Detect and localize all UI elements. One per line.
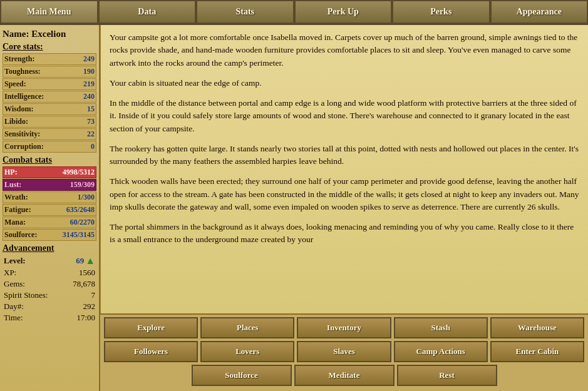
level-up-arrow-icon: ▲: [85, 255, 95, 267]
stat-val-corruption: 0: [91, 142, 95, 151]
inventory-button[interactable]: Inventory: [297, 317, 391, 338]
stat-name-spirit-stones: Spirit Stones:: [4, 290, 48, 300]
stat-name-time: Time:: [4, 313, 23, 323]
stat-val-hp: 4998/5312: [63, 168, 95, 177]
stat-name-mana: Mana:: [4, 218, 26, 227]
core-stats-header: Core stats:: [3, 42, 96, 52]
stat-row-intelligence: Intelligence: 240: [3, 91, 96, 103]
slaves-button[interactable]: Slaves: [297, 341, 391, 362]
stat-name-intelligence: Intelligence:: [4, 92, 44, 101]
stat-name-wisdom: Wisdom:: [4, 104, 33, 114]
stat-name-day: Day#:: [4, 302, 24, 312]
content-paragraph-5: Thick wooden walls have been erected; th…: [110, 175, 579, 213]
stat-row-sensitivity: Sensitivity: 22: [3, 128, 96, 140]
stat-row-mana: Mana: 60/2270: [3, 216, 96, 228]
stat-row-corruption: Corruption: 0: [3, 141, 96, 153]
stat-row-xp: XP: 1560: [3, 267, 96, 278]
top-navigation: Main Menu Data Stats Perk Up Perks Appea…: [0, 0, 588, 25]
stat-name-level: Level:: [4, 256, 26, 266]
main-menu-button[interactable]: Main Menu: [0, 0, 98, 24]
stat-name-xp: XP:: [4, 268, 16, 278]
stat-val-lust: 159/309: [70, 180, 95, 190]
stat-row-soulforce: Soulforce: 3145/3145: [3, 229, 96, 241]
content-area: Your campsite got a lot more comfortable…: [100, 25, 588, 313]
stat-name-toughness: Toughness:: [4, 67, 41, 76]
stat-name-hp: HP:: [4, 168, 18, 177]
followers-button[interactable]: Followers: [104, 341, 198, 362]
combat-stats-header: Combat stats: [3, 155, 96, 165]
stash-button[interactable]: Stash: [394, 317, 488, 338]
stat-row-wisdom: Wisdom: 15: [3, 103, 96, 115]
stat-name-sensitivity: Sensitivity:: [4, 129, 40, 139]
stat-row-day: Day#: 292: [3, 301, 96, 312]
stat-name-lust: Lust:: [4, 180, 21, 190]
perks-button[interactable]: Perks: [392, 0, 490, 24]
lovers-button[interactable]: Lovers: [200, 341, 294, 362]
stat-val-sensitivity: 22: [87, 129, 95, 139]
stat-row-fatigue: Fatigue: 635/2648: [3, 204, 96, 216]
stat-row-speed: Speed: 219: [3, 78, 96, 90]
stat-val-wrath: 1/300: [78, 193, 95, 202]
perk-up-button[interactable]: Perk Up: [294, 0, 393, 24]
data-button[interactable]: Data: [98, 0, 197, 24]
stat-row-lust: Lust: 159/309: [3, 179, 96, 191]
stat-row-hp: HP: 4998/5312: [3, 166, 96, 178]
stat-row-wrath: Wrath: 1/300: [3, 191, 96, 203]
action-row-2: Followers Lovers Slaves Camp Actions Ent…: [104, 341, 584, 362]
advancement-header: Advancement: [3, 243, 96, 253]
stat-val-speed: 219: [83, 79, 95, 89]
stat-row-level: Level: 69 ▲: [3, 255, 96, 267]
content-paragraph-1: Your campsite got a lot more comfortable…: [110, 31, 579, 69]
appearance-button[interactable]: Appearance: [490, 0, 589, 24]
stat-val-soulforce: 3145/3145: [63, 230, 95, 240]
soulforce-button[interactable]: Soulforce: [192, 365, 292, 386]
stat-val-toughness: 190: [83, 67, 95, 76]
stat-val-gems: 78,678: [73, 279, 95, 289]
stat-row-time: Time: 17:00: [3, 312, 96, 323]
stat-name-fatigue: Fatigue:: [4, 205, 31, 215]
stat-val-intelligence: 240: [83, 92, 95, 101]
stat-name-soulforce: Soulforce:: [4, 230, 37, 240]
enter-cabin-button[interactable]: Enter Cabin: [490, 341, 584, 362]
main-layout: Name: Excelion Core stats: Strength: 249…: [0, 25, 588, 391]
stat-name-strength: Strength:: [4, 54, 34, 64]
stat-val-libido: 73: [87, 117, 95, 126]
stat-val-fatigue: 635/2648: [66, 205, 95, 215]
content-paragraph-4: The rookery has gotten quite large. It s…: [110, 143, 579, 168]
rest-button[interactable]: Rest: [397, 365, 497, 386]
stat-name-wrath: Wrath:: [4, 193, 28, 202]
warehouse-button[interactable]: Warehouse: [490, 317, 584, 338]
content-paragraph-6: The portal shimmers in the background as…: [110, 221, 579, 246]
action-row-1: Explore Places Inventory Stash Warehouse: [104, 317, 584, 338]
stat-val-level: 69: [76, 256, 84, 266]
stat-val-spirit-stones: 7: [91, 290, 96, 300]
stat-name-libido: Libido:: [4, 117, 28, 126]
content-paragraph-3: In the middle of the distance between po…: [110, 97, 579, 135]
explore-button[interactable]: Explore: [104, 317, 198, 338]
stat-val-wisdom: 15: [87, 104, 95, 114]
stat-row-libido: Libido: 73: [3, 116, 96, 128]
stat-val-xp: 1560: [79, 268, 95, 278]
places-button[interactable]: Places: [200, 317, 294, 338]
stat-val-day: 292: [83, 302, 96, 312]
stat-val-strength: 249: [83, 54, 95, 64]
stat-row-spirit-stones: Spirit Stones: 7: [3, 290, 96, 301]
meditate-button[interactable]: Meditate: [294, 365, 395, 386]
action-row-3: Soulforce Meditate Rest: [104, 365, 584, 386]
bottom-buttons: Explore Places Inventory Stash Warehouse…: [100, 313, 588, 391]
right-area: Your campsite got a lot more comfortable…: [100, 25, 588, 391]
left-panel: Name: Excelion Core stats: Strength: 249…: [0, 25, 100, 391]
content-paragraph-2: Your cabin is situated near the edge of …: [110, 77, 579, 89]
stat-name-speed: Speed:: [4, 79, 26, 89]
stat-row-gems: Gems: 78,678: [3, 278, 96, 290]
stat-name-gems: Gems:: [4, 279, 25, 289]
stats-button[interactable]: Stats: [196, 0, 294, 24]
stat-row-toughness: Toughness: 190: [3, 66, 96, 78]
camp-actions-button[interactable]: Camp Actions: [394, 341, 488, 362]
stat-row-strength: Strength: 249: [3, 53, 96, 65]
stat-val-time: 17:00: [76, 313, 95, 323]
character-name: Name: Excelion: [3, 29, 96, 39]
stat-name-corruption: Corruption:: [4, 142, 44, 151]
stat-val-mana: 60/2270: [70, 218, 95, 227]
